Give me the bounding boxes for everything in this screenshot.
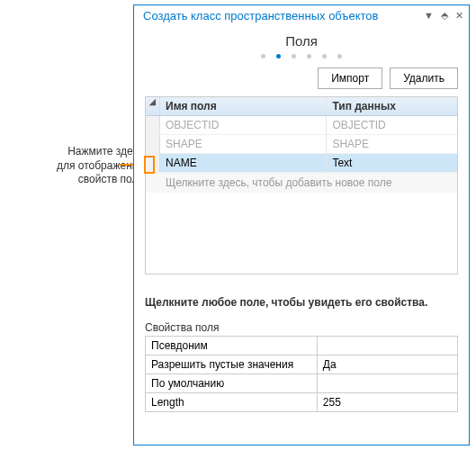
status-hint: Щелкните любое поле, чтобы увидеть его с… (145, 296, 458, 309)
property-value[interactable]: 255 (317, 393, 457, 412)
fields-table: ◢ Имя поля Тип данных OBJECTID OBJECTID … (145, 96, 458, 274)
close-icon[interactable]: ✕ (455, 11, 463, 21)
property-row[interactable]: Псевдоним (146, 337, 458, 356)
cell-field-name[interactable]: SHAPE (160, 135, 327, 153)
wizard-dot[interactable] (307, 54, 311, 58)
header-name[interactable]: Имя поля (160, 97, 327, 115)
row-handle[interactable] (146, 116, 160, 134)
titlebar: Создать класс пространственных объектов … (134, 5, 469, 26)
properties-table: Псевдоним Разрешить пустые значения Да П… (145, 336, 458, 412)
property-row[interactable]: Разрешить пустые значения Да (146, 356, 458, 374)
table-spacer (146, 193, 457, 274)
property-label: Разрешить пустые значения (146, 356, 318, 374)
table-row[interactable]: OBJECTID OBJECTID (146, 116, 457, 135)
wizard-dot[interactable] (322, 54, 327, 58)
import-button[interactable]: Импорт (318, 68, 382, 89)
fields-header: ◢ Имя поля Тип данных (146, 97, 457, 116)
property-label: Псевдоним (146, 337, 318, 356)
cell-field-name[interactable]: OBJECTID (160, 116, 327, 134)
wizard-dot-active[interactable] (276, 54, 281, 58)
cell-field-type[interactable]: SHAPE (327, 135, 457, 153)
titlebar-controls: ▼ ⬘ ✕ (424, 11, 463, 21)
property-label: Length (146, 393, 318, 412)
callout-annotation: Нажмите здесь для отображения свойств по… (0, 145, 144, 187)
dropdown-icon[interactable]: ▼ (424, 11, 434, 21)
button-row: Импорт Удалить (145, 68, 458, 89)
table-row[interactable]: SHAPE SHAPE (146, 135, 457, 154)
dialog-panel: Создать класс пространственных объектов … (133, 4, 470, 446)
add-field-hint[interactable]: Щелкните здесь, чтобы добавить новое пол… (146, 173, 457, 193)
property-row[interactable]: Length 255 (146, 393, 458, 412)
property-row[interactable]: По умолчанию (146, 374, 458, 393)
wizard-progress-dots (145, 54, 458, 58)
delete-button[interactable]: Удалить (390, 68, 458, 89)
property-value[interactable] (317, 337, 457, 356)
property-value[interactable] (317, 374, 457, 393)
table-row-selected[interactable]: NAME Text (146, 154, 457, 173)
wizard-dot[interactable] (261, 54, 265, 58)
properties-title: Свойства поля (145, 321, 458, 334)
cell-field-type[interactable]: Text (327, 154, 457, 172)
callout-highlight (144, 156, 155, 174)
cell-field-name[interactable]: NAME (160, 154, 327, 172)
wizard-dot[interactable] (292, 54, 296, 58)
cell-field-type[interactable]: OBJECTID (327, 116, 457, 134)
panel-title: Создать класс пространственных объектов (143, 9, 424, 22)
wizard-dot[interactable] (337, 54, 342, 58)
property-label: По умолчанию (146, 374, 318, 393)
header-type[interactable]: Тип данных (327, 97, 457, 115)
wizard-step-title: Поля (145, 33, 458, 49)
row-handle[interactable] (146, 135, 160, 153)
header-corner-icon[interactable]: ◢ (146, 97, 160, 115)
pin-icon[interactable]: ⬘ (441, 11, 448, 21)
property-value[interactable]: Да (317, 356, 457, 374)
panel-content: Поля Импорт Удалить ◢ Имя поля Тип данны… (134, 26, 469, 445)
